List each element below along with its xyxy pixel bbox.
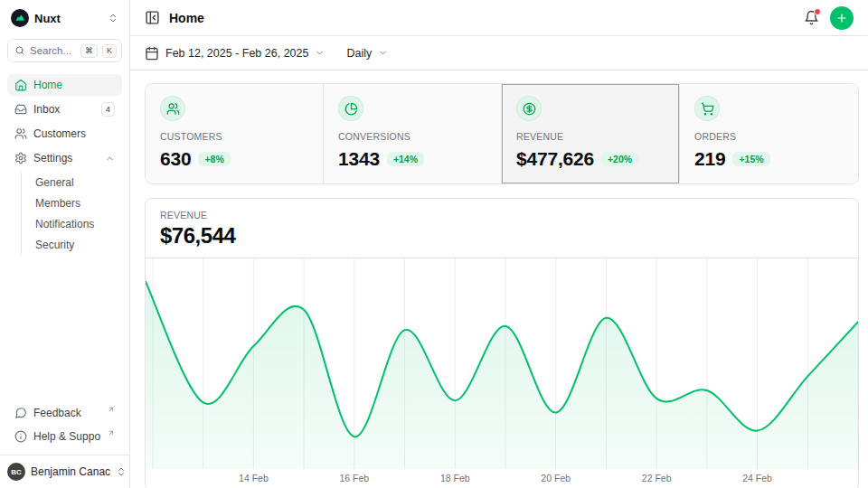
workspace-switcher[interactable]: Nuxt [0,0,129,33]
filters-toolbar: Feb 12, 2025 - Feb 26, 2025 Daily [130,36,868,70]
chevrons-up-down-icon [116,466,127,477]
page-header: Home [130,0,868,36]
app-root: Nuxt Search... ⌘ K HomeInbox4CustomersSe… [0,0,868,488]
revenue-icon-circle [516,96,542,121]
sidebar-link-feedback[interactable]: Feedback [7,402,122,424]
chart-area-fill [146,282,858,469]
x-tick-label: 22 Feb [642,473,672,483]
x-tick-label: 24 Feb [742,473,772,483]
chevron-down-icon [378,48,388,58]
chart-header: REVENUE $76,544 [146,199,858,258]
sidebar-item-customers[interactable]: Customers [7,123,122,145]
shopping-cart-icon [701,102,714,116]
page-title: Home [169,11,204,25]
kbd-k: K [102,44,117,58]
chevron-up-icon [105,154,115,164]
sidebar-collapse-icon[interactable] [145,10,160,25]
sidebar-link-label: Feedback [33,407,100,419]
stat-delta-badge: +15% [732,152,769,167]
external-link-icon [108,429,115,436]
stat-card-conversions[interactable]: CONVERSIONS1343+14% [324,84,502,183]
stat-card-customers[interactable]: CUSTOMERS630+8% [146,84,324,183]
stat-value: 219 [694,148,725,170]
nuxt-logo [11,9,29,27]
search-placeholder: Search... [30,45,76,56]
stat-label: REVENUE [516,131,665,142]
sidebar-item-inbox[interactable]: Inbox4 [7,99,122,120]
conversions-icon-circle [338,96,363,121]
stat-value-row: 1343+14% [338,148,486,170]
stat-value: 630 [160,148,191,170]
stat-card-revenue[interactable]: REVENUE$477,626+20% [502,84,680,183]
granularity-label: Daily [346,47,372,60]
external-link-icon [108,406,115,413]
x-tick-label: 16 Feb [340,473,370,483]
sidebar-link-help-support[interactable]: Help & Support [7,426,122,447]
sidebar-item-label: Settings [33,152,99,164]
search-input[interactable]: Search... ⌘ K [7,39,122,62]
users-icon [14,127,27,140]
x-tick-label: 20 Feb [541,473,571,483]
user-name: Benjamin Canac [31,465,110,478]
main-area: Home Feb 12, 2025 - Feb 26, 2025 Daily [130,0,868,488]
nuxt-logo-icon [14,13,25,23]
header-actions [804,6,854,30]
stat-card-orders[interactable]: ORDERS219+15% [680,84,858,183]
orders-icon-circle [694,96,720,121]
chart-value: $76,544 [160,223,844,249]
sidebar-subitem-members[interactable]: Members [30,193,122,212]
notification-dot [814,8,821,15]
x-tick-label: 18 Feb [440,473,470,483]
sidebar-item-settings[interactable]: Settings [7,147,122,169]
stat-label: CONVERSIONS [338,131,486,142]
sidebar-subitem-general[interactable]: General [30,173,122,192]
chart-title: REVENUE [160,210,844,221]
inbox-count-badge: 4 [101,102,115,116]
user-menu[interactable]: BC Benjamin Canac [0,455,129,488]
granularity-select[interactable]: Daily [346,47,388,60]
stat-label: CUSTOMERS [160,131,308,142]
chevrons-up-down-icon [108,13,118,23]
sidebar-item-home[interactable]: Home [7,74,122,96]
kbd-cmd: ⌘ [80,44,98,58]
sidebar-subitem-security[interactable]: Security [30,235,122,254]
sidebar-spacer [0,256,129,399]
stat-delta-badge: +8% [198,152,230,167]
sidebar-item-label: Customers [33,127,115,140]
stat-label: ORDERS [694,131,844,142]
pie-chart-icon [344,102,358,116]
x-tick-label: 14 Feb [239,473,269,483]
stat-value-row: 219+15% [694,148,844,170]
revenue-chart-plot[interactable] [146,258,858,469]
revenue-area-chart [146,258,858,469]
stat-delta-badge: +14% [387,152,424,167]
stat-value: 1343 [338,148,380,170]
chevron-down-icon [315,48,325,58]
stats-cards: CUSTOMERS630+8%CONVERSIONS1343+14%REVENU… [145,83,859,184]
calendar-icon [145,46,159,61]
info-icon [14,430,27,443]
search-icon [14,45,25,56]
notifications-button[interactable] [804,10,819,25]
workspace-name: Nuxt [34,12,102,25]
customers-icon-circle [160,96,185,121]
sidebar-item-label: Home [33,79,115,91]
settings-subnav: GeneralMembersNotificationsSecurity [21,173,122,254]
date-range-picker[interactable]: Feb 12, 2025 - Feb 26, 2025 [145,46,325,61]
page-content: CUSTOMERS630+8%CONVERSIONS1343+14%REVENU… [130,70,868,488]
sidebar-footer-links: FeedbackHelp & Support [0,399,129,455]
add-button[interactable] [830,6,854,30]
settings-icon [14,152,27,164]
stat-value-row: 630+8% [160,148,308,170]
inbox-icon [14,103,27,116]
sidebar-item-label: Inbox [33,103,95,116]
sidebar-subitem-notifications[interactable]: Notifications [30,214,122,233]
plus-icon [835,12,848,24]
sidebar: Nuxt Search... ⌘ K HomeInbox4CustomersSe… [0,0,130,488]
stat-value: $477,626 [516,148,594,170]
sidebar-nav: HomeInbox4CustomersSettingsGeneralMember… [0,69,129,256]
revenue-chart-card: REVENUE $76,544 14 Feb16 Feb18 Feb20 Feb… [145,198,859,488]
stat-delta-badge: +20% [601,152,638,167]
sidebar-link-label: Help & Support [33,430,100,443]
date-range-label: Feb 12, 2025 - Feb 26, 2025 [165,47,308,60]
